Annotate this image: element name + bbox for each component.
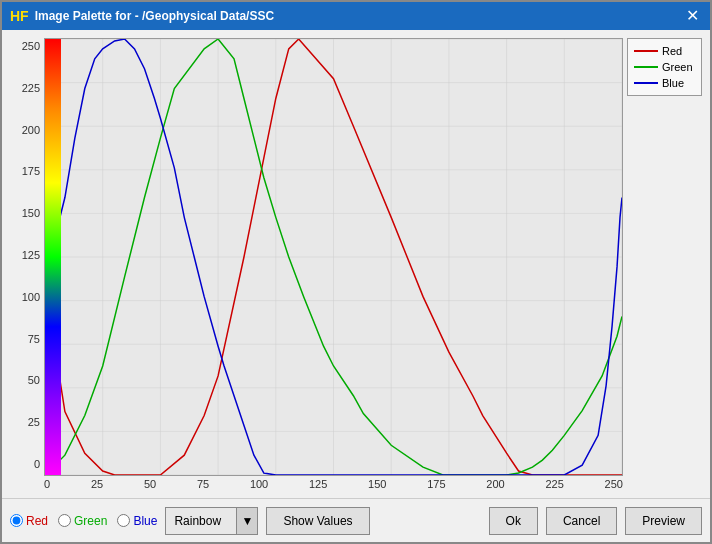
title-bar: HF Image Palette for - /Geophysical Data… [2, 2, 710, 30]
y-label-0: 0 [10, 458, 40, 470]
chart-canvas-container [44, 38, 623, 476]
main-window: HF Image Palette for - /Geophysical Data… [0, 0, 712, 544]
x-label-200: 200 [486, 478, 504, 490]
close-button[interactable]: ✕ [682, 6, 702, 26]
y-label-250: 250 [10, 40, 40, 52]
palette-dropdown-wrapper: Rainbow Grayscale Inverted ▼ [165, 507, 258, 535]
radio-green-input[interactable] [58, 514, 71, 527]
y-label-225: 225 [10, 82, 40, 94]
bottom-toolbar: Red Green Blue Rainbow Grayscale Inverte… [2, 498, 710, 542]
title-bar-left: HF Image Palette for - /Geophysical Data… [10, 8, 274, 24]
show-values-button[interactable]: Show Values [266, 507, 369, 535]
x-label-250: 250 [605, 478, 623, 490]
legend-label-green: Green [662, 61, 693, 73]
chart-area: 250 225 200 175 150 125 100 75 50 25 0 [2, 30, 710, 498]
y-label-75: 75 [10, 333, 40, 345]
radio-green[interactable]: Green [58, 514, 107, 528]
y-axis: 250 225 200 175 150 125 100 75 50 25 0 [10, 38, 40, 490]
cancel-button[interactable]: Cancel [546, 507, 617, 535]
x-axis: 0 25 50 75 100 125 150 175 200 225 250 [44, 476, 702, 490]
palette-dropdown[interactable]: Rainbow Grayscale Inverted [165, 507, 258, 535]
radio-red-input[interactable] [10, 514, 23, 527]
ok-button[interactable]: Ok [489, 507, 538, 535]
radio-red[interactable]: Red [10, 514, 48, 528]
legend-label-red: Red [662, 45, 682, 57]
chart-svg [45, 39, 622, 475]
legend-item-green: Green [634, 61, 695, 73]
legend-line-red [634, 50, 658, 52]
y-label-175: 175 [10, 165, 40, 177]
x-label-175: 175 [427, 478, 445, 490]
preview-button[interactable]: Preview [625, 507, 702, 535]
app-icon: HF [10, 8, 29, 24]
radio-green-label: Green [74, 514, 107, 528]
y-label-200: 200 [10, 124, 40, 136]
x-label-150: 150 [368, 478, 386, 490]
radio-blue-label: Blue [133, 514, 157, 528]
window-title: Image Palette for - /Geophysical Data/SS… [35, 9, 274, 23]
x-label-100: 100 [250, 478, 268, 490]
x-label-75: 75 [197, 478, 209, 490]
x-label-50: 50 [144, 478, 156, 490]
legend-item-blue: Blue [634, 77, 695, 89]
palette-strip [45, 39, 61, 475]
x-label-0: 0 [44, 478, 50, 490]
legend-line-blue [634, 82, 658, 84]
y-label-50: 50 [10, 374, 40, 386]
channel-radio-group: Red Green Blue [10, 514, 157, 528]
y-label-100: 100 [10, 291, 40, 303]
x-label-25: 25 [91, 478, 103, 490]
legend-line-green [634, 66, 658, 68]
chart-legend: Red Green Blue [627, 38, 702, 96]
radio-red-label: Red [26, 514, 48, 528]
radio-blue[interactable]: Blue [117, 514, 157, 528]
y-label-125: 125 [10, 249, 40, 261]
x-label-125: 125 [309, 478, 327, 490]
y-label-25: 25 [10, 416, 40, 428]
legend-item-red: Red [634, 45, 695, 57]
legend-label-blue: Blue [662, 77, 684, 89]
y-label-150: 150 [10, 207, 40, 219]
svg-rect-0 [45, 39, 61, 475]
x-label-225: 225 [545, 478, 563, 490]
radio-blue-input[interactable] [117, 514, 130, 527]
